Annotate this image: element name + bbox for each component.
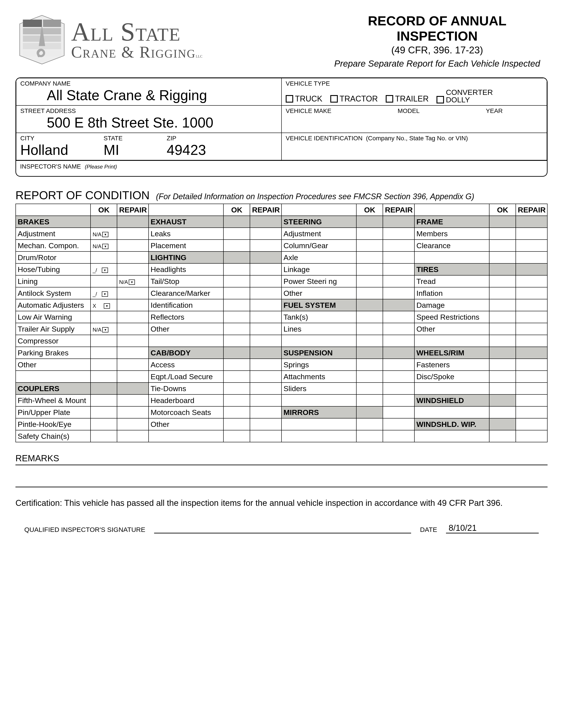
vt-tractor-check[interactable]: TRACTOR (330, 94, 378, 103)
section-mirrors: MIRRORS (282, 406, 356, 418)
company-name-value: All State Crane & Rigging (47, 87, 207, 103)
crane-logo-icon (15, 13, 68, 66)
street-address-value: 500 E 8th Street Ste. 1000 (47, 115, 213, 131)
roc-heading: REPORT OF CONDITION (For Detailed Inform… (15, 189, 548, 202)
city-label: CITY (20, 135, 68, 142)
zip-value: 49423 (167, 142, 206, 158)
remarks-block: REMARKS Certification: This vehicle has … (15, 453, 548, 533)
signature-line[interactable] (154, 533, 411, 533)
chevron-down-icon[interactable]: ▼ (102, 232, 108, 237)
vt-trailer-check[interactable]: TRAILER (386, 94, 429, 103)
city-value: Holland (20, 142, 68, 158)
logo-block: All State Crane & RiggingLLC (15, 13, 320, 66)
vehicle-make-cell: VEHICLE MAKE MODEL YEAR (282, 105, 547, 133)
vin-cell: VEHICLE IDENTIFICATION (Company No., Sta… (282, 133, 547, 160)
date-label: DATE (420, 526, 437, 533)
ok-brakes-mechan[interactable]: N/A▼ (90, 240, 117, 251)
company-name-cell: COMPANY NAME All State Crane & Rigging (16, 78, 282, 105)
ok-brakes-autoadj[interactable]: X ▼ (90, 299, 117, 311)
logo-text-1: All State (71, 20, 202, 44)
header-right: RECORD OF ANNUAL INSPECTION (49 CFR, 396… (327, 13, 548, 69)
section-wipers: WINDSHLD. WIP. (415, 418, 489, 430)
state-value: MI (103, 142, 122, 158)
certification-text: Certification: This vehicle has passed a… (15, 498, 548, 508)
repair-brakes-lining[interactable]: N/A▼ (117, 275, 148, 287)
chevron-down-icon[interactable]: ▼ (129, 280, 135, 285)
ok-brakes-adjustment[interactable]: N/A▼ (90, 228, 117, 240)
vt-converter-dolly-check[interactable]: CONVERTER DOLLY (437, 88, 493, 103)
section-suspension: SUSPENSION (282, 347, 356, 359)
remarks-label: REMARKS (15, 453, 548, 465)
ok-brakes-trailerair[interactable]: N/A▼ (90, 323, 117, 335)
section-steering: STEERING (282, 216, 356, 228)
section-brakes: BRAKES (16, 216, 90, 228)
header-subtitle: (49 CFR, 396. 17-23) (327, 45, 548, 56)
chevron-down-icon[interactable]: ▼ (102, 268, 108, 273)
remarks-line[interactable] (15, 478, 548, 487)
table-header-row: OKREPAIR OKREPAIR OKREPAIR OKREPAIR (16, 204, 547, 216)
vt-truck-check[interactable]: TRUCK (286, 94, 322, 103)
header-note: Prepare Separate Report for Each Vehicle… (327, 59, 548, 69)
section-tires: TIRES (415, 263, 489, 275)
zip-label: ZIP (167, 135, 206, 142)
header-title: RECORD OF ANNUAL INSPECTION (327, 13, 548, 44)
ok-brakes-hose[interactable]: _/ ▼ (90, 263, 117, 275)
state-label: STATE (103, 135, 122, 142)
ok-brakes-antilock[interactable]: _/ ▼ (90, 287, 117, 299)
street-address-label: STREET ADDRESS (20, 107, 277, 114)
signature-row: QUALIFIED INSPECTOR'S SIGNATURE DATE 8/1… (24, 523, 539, 533)
section-lighting: LIGHTING (148, 251, 223, 263)
section-couplers: COUPLERS (16, 383, 90, 394)
signature-label: QUALIFIED INSPECTOR'S SIGNATURE (24, 526, 145, 533)
section-exhaust: EXHAUST (148, 216, 223, 228)
vehicle-type-label: VEHICLE TYPE (286, 80, 543, 87)
chevron-down-icon[interactable]: ▼ (102, 291, 108, 297)
inspector-name-label: INSPECTOR'S NAME (20, 163, 81, 170)
chevron-down-icon[interactable]: ▼ (102, 327, 108, 332)
vin-label: VEHICLE IDENTIFICATION (286, 135, 363, 142)
chevron-down-icon[interactable]: ▼ (102, 244, 108, 249)
condition-table: OKREPAIR OKREPAIR OKREPAIR OKREPAIR BRAK… (15, 204, 548, 442)
section-wheels: WHEELS/RIM (415, 347, 489, 359)
roc-sub: (For Detailed Information on Inspection … (156, 192, 474, 201)
vehicle-make-label: VEHICLE MAKE (286, 107, 332, 114)
svg-rect-2 (43, 20, 61, 27)
street-address-cell: STREET ADDRESS 500 E 8th Street Ste. 100… (16, 105, 282, 133)
year-label: YEAR (486, 107, 503, 114)
model-label: MODEL (398, 107, 420, 114)
logo-text-2: Crane & RiggingLLC (71, 44, 202, 60)
section-frame: FRAME (415, 216, 489, 228)
chevron-down-icon[interactable]: ▼ (104, 303, 110, 309)
inspector-name-cell: INSPECTOR'S NAME (Please Print) (15, 161, 548, 177)
company-name-label: COMPANY NAME (20, 80, 277, 87)
vehicle-type-cell: VEHICLE TYPE TRUCK TRACTOR TRAILER CONVE… (282, 78, 547, 105)
city-state-zip-cell: CITY Holland STATE MI ZIP 49423 (16, 133, 282, 160)
section-windshield: WINDSHIELD (415, 394, 489, 406)
section-fuel: FUEL SYSTEM (282, 299, 356, 311)
please-print: (Please Print) (85, 164, 117, 170)
header: All State Crane & RiggingLLC RECORD OF A… (15, 13, 548, 69)
section-cabbody: CAB/BODY (148, 347, 223, 359)
vin-hint: (Company No., State Tag No. or VIN) (366, 135, 468, 142)
svg-rect-1 (23, 20, 42, 27)
info-grid: COMPANY NAME All State Crane & Rigging V… (15, 77, 548, 161)
date-value: 8/10/21 (446, 523, 539, 533)
